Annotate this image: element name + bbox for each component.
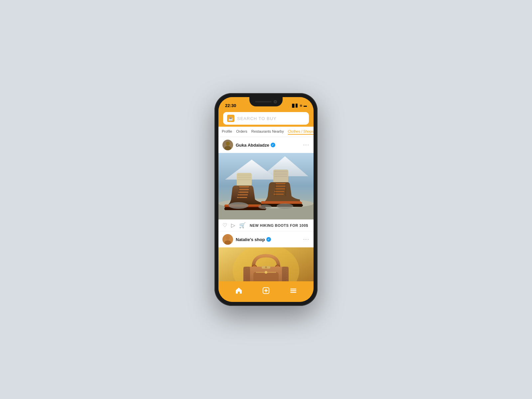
post-2-image <box>218 247 314 281</box>
feed: Guka Abdaladze ✓ ··· <box>218 137 314 281</box>
signal-icon: ▐▌▊ <box>291 104 298 107</box>
post-2-user: Natalie's shop ✓ <box>222 234 271 245</box>
verified-badge-1: ✓ <box>271 143 275 147</box>
post-2-header: Natalie's shop ✓ ··· <box>218 231 314 247</box>
status-bar: 22:30 ▐▌▊ ⊕ ▬ <box>218 97 314 109</box>
svg-point-29 <box>228 202 248 209</box>
bottom-nav <box>218 281 314 302</box>
svg-rect-52 <box>290 292 296 293</box>
cup-icon: ☕ <box>227 115 234 122</box>
notch <box>249 97 283 106</box>
bag-svg <box>218 247 314 281</box>
svg-rect-19 <box>274 171 287 172</box>
boots-svg <box>218 153 314 219</box>
wifi-icon: ⊕ <box>300 104 302 107</box>
post-1: Guka Abdaladze ✓ ··· <box>218 137 314 231</box>
svg-point-33 <box>224 240 231 245</box>
svg-rect-8 <box>238 175 251 176</box>
tab-orders[interactable]: Orders <box>236 129 247 135</box>
phone-screen: 22:30 ▐▌▊ ⊕ ▬ ☕ SEARCH TO BUY Profile Or… <box>218 97 314 302</box>
svg-rect-41 <box>253 272 279 281</box>
search-bar-container: ☕ SEARCH TO BUY <box>218 109 314 127</box>
home-icon <box>235 287 242 294</box>
post-2-username: Natalie's shop ✓ <box>236 237 271 242</box>
svg-rect-51 <box>290 290 296 291</box>
post-1-user: Guka Abdaladze ✓ <box>222 140 275 150</box>
svg-rect-20 <box>274 174 287 175</box>
svg-point-31 <box>258 204 272 209</box>
tab-restaurants[interactable]: Restaurants Nearby <box>251 129 284 135</box>
svg-point-32 <box>226 236 230 240</box>
post-2: Natalie's shop ✓ ··· <box>218 231 314 281</box>
notch-camera <box>274 100 277 103</box>
bottom-nav-add[interactable] <box>260 285 272 297</box>
bottom-nav-home[interactable] <box>233 285 245 297</box>
post-1-header: Guka Abdaladze ✓ ··· <box>218 137 314 153</box>
post-1-username: Guka Abdaladze ✓ <box>236 143 275 148</box>
status-icons: ▐▌▊ ⊕ ▬ <box>291 104 307 107</box>
svg-rect-50 <box>290 289 296 290</box>
add-icon <box>262 287 270 294</box>
verified-badge-2: ✓ <box>266 237 271 242</box>
svg-point-1 <box>224 146 231 150</box>
post-1-more[interactable]: ··· <box>303 142 310 148</box>
like-button-1[interactable]: ♡ <box>222 222 227 228</box>
post-1-image <box>218 153 314 219</box>
svg-point-46 <box>265 266 267 268</box>
svg-rect-40 <box>282 267 289 281</box>
notch-speaker <box>255 101 272 102</box>
svg-rect-39 <box>243 267 250 281</box>
avatar-natalie <box>222 234 233 245</box>
svg-rect-21 <box>274 176 287 177</box>
search-bar[interactable]: ☕ SEARCH TO BUY <box>223 112 309 125</box>
post-2-more[interactable]: ··· <box>303 236 310 242</box>
phone-device: 22:30 ▐▌▊ ⊕ ▬ ☕ SEARCH TO BUY Profile Or… <box>214 93 318 306</box>
search-placeholder: SEARCH TO BUY <box>237 116 277 121</box>
avatar-guka <box>222 140 233 150</box>
status-time: 22:30 <box>225 103 236 108</box>
nav-tabs: Profile Orders Restaurants Nearby Clothe… <box>218 127 314 137</box>
svg-point-30 <box>277 203 293 209</box>
share-button-1[interactable]: ▷ <box>231 222 235 228</box>
bottom-nav-menu[interactable] <box>287 285 299 297</box>
post-1-actions: ♡ ▷ 🛒 NEW HIKING BOOTS FOR 100$ <box>218 219 314 231</box>
svg-rect-9 <box>238 177 251 178</box>
post-1-caption: NEW HIKING BOOTS FOR 100$ <box>250 223 308 227</box>
tab-clothes[interactable]: Clothes / Shops <box>288 129 314 135</box>
cart-button-1[interactable]: 🛒 <box>239 222 246 228</box>
svg-point-0 <box>226 142 230 146</box>
tab-profile[interactable]: Profile <box>222 129 232 135</box>
svg-point-43 <box>265 271 267 274</box>
svg-rect-10 <box>238 179 251 180</box>
battery-icon: ▬ <box>304 104 307 107</box>
menu-icon <box>290 287 297 294</box>
